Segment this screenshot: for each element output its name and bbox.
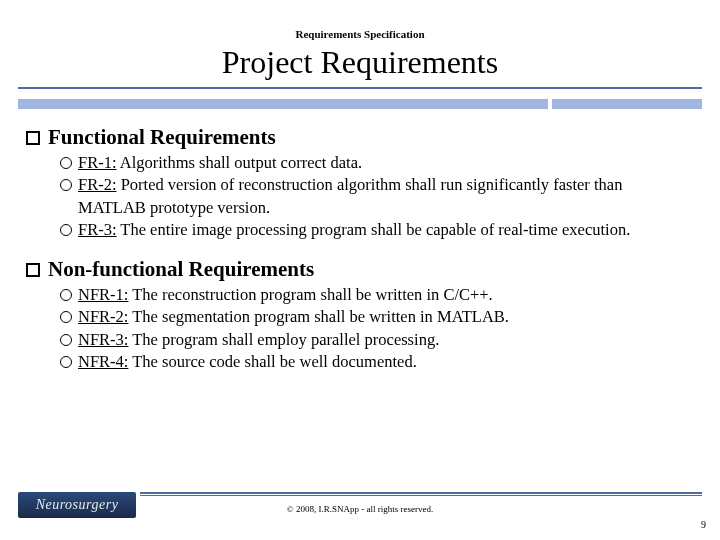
req-label: NFR-1:	[78, 285, 128, 304]
circle-bullet-icon	[60, 179, 72, 191]
slide-footer: Neurosurgery © 2008, I.R.SNApp - all rig…	[0, 492, 720, 540]
circle-bullet-icon	[60, 356, 72, 368]
section-heading-text: Functional Requirements	[48, 125, 276, 150]
req-label: FR-2:	[78, 175, 117, 194]
circle-bullet-icon	[60, 289, 72, 301]
title-underline	[18, 87, 702, 89]
section-heading-nonfunctional: Non-functional Requirements	[26, 257, 694, 282]
nonfunctional-list: NFR-1: The reconstruction program shall …	[26, 284, 694, 373]
logo-text: Neurosurgery	[36, 497, 119, 513]
slide-title: Project Requirements	[0, 44, 720, 81]
req-text: The source code shall be well documented…	[128, 352, 416, 371]
req-text: The program shall employ parallel proces…	[128, 330, 439, 349]
square-bullet-icon	[26, 131, 40, 145]
section-heading-text: Non-functional Requirements	[48, 257, 314, 282]
list-item: NFR-4: The source code shall be well doc…	[60, 351, 694, 373]
req-label: FR-3:	[78, 220, 117, 239]
functional-list: FR-1: Algorithms shall output correct da…	[26, 152, 694, 241]
req-text: The entire image processing program shal…	[117, 220, 631, 239]
circle-bullet-icon	[60, 334, 72, 346]
section-heading-functional: Functional Requirements	[26, 125, 694, 150]
page-number: 9	[701, 519, 706, 530]
circle-bullet-icon	[60, 311, 72, 323]
footer-divider	[140, 492, 702, 494]
req-text: The reconstruction program shall be writ…	[128, 285, 492, 304]
list-item: NFR-2: The segmentation program shall be…	[60, 306, 694, 328]
slide-header: Requirements Specification Project Requi…	[0, 0, 720, 109]
logo: Neurosurgery	[18, 492, 136, 518]
circle-bullet-icon	[60, 157, 72, 169]
slide-subtitle: Requirements Specification	[0, 28, 720, 40]
req-label: FR-1:	[78, 153, 117, 172]
list-item: NFR-3: The program shall employ parallel…	[60, 329, 694, 351]
req-label: NFR-2:	[78, 307, 128, 326]
list-item: FR-1: Algorithms shall output correct da…	[60, 152, 694, 174]
req-text: The segmentation program shall be writte…	[128, 307, 509, 326]
footer-divider	[140, 495, 702, 496]
req-text: Ported version of reconstruction algorit…	[78, 175, 622, 216]
req-text: Algorithms shall output correct data.	[117, 153, 363, 172]
square-bullet-icon	[26, 263, 40, 277]
req-label: NFR-4:	[78, 352, 128, 371]
list-item: FR-2: Ported version of reconstruction a…	[60, 174, 694, 219]
list-item: FR-3: The entire image processing progra…	[60, 219, 694, 241]
circle-bullet-icon	[60, 224, 72, 236]
slide-content: Functional Requirements FR-1: Algorithms…	[0, 109, 720, 373]
list-item: NFR-1: The reconstruction program shall …	[60, 284, 694, 306]
req-label: NFR-3:	[78, 330, 128, 349]
accent-bar	[18, 99, 702, 109]
